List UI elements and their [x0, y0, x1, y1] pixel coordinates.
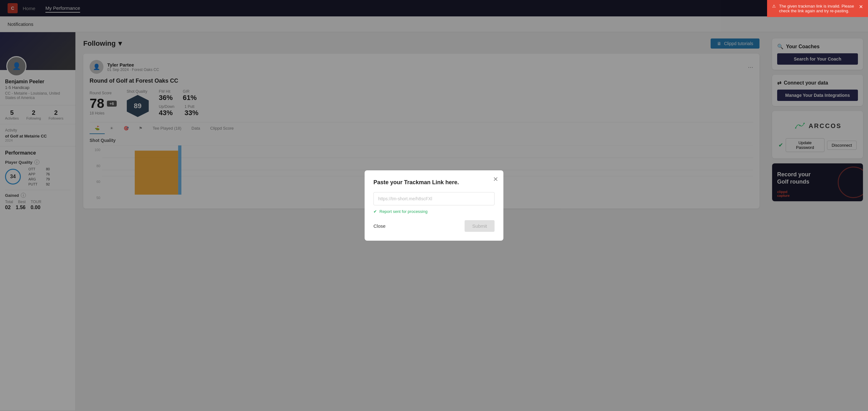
modal-success-message: ✔ Report sent for processing	[373, 209, 495, 214]
modal-overlay[interactable]: Paste your Trackman Link here. ✕ ✔ Repor…	[0, 0, 868, 411]
modal-submit-button[interactable]: Submit	[465, 220, 495, 232]
success-check-icon: ✔	[373, 209, 377, 214]
modal-title: Paste your Trackman Link here.	[373, 179, 495, 186]
modal-footer: Close Submit	[373, 220, 495, 232]
modal: Paste your Trackman Link here. ✕ ✔ Repor…	[365, 170, 503, 241]
error-close-btn[interactable]: ✕	[859, 4, 863, 10]
modal-close-x-button[interactable]: ✕	[493, 176, 498, 183]
error-text: The given trackman link is invalid. Plea…	[779, 4, 856, 13]
error-notification: ⚠ The given trackman link is invalid. Pl…	[767, 0, 868, 17]
modal-close-button[interactable]: Close	[373, 223, 385, 229]
error-warning-icon: ⚠	[772, 4, 776, 8]
trackman-link-input[interactable]	[373, 192, 495, 205]
